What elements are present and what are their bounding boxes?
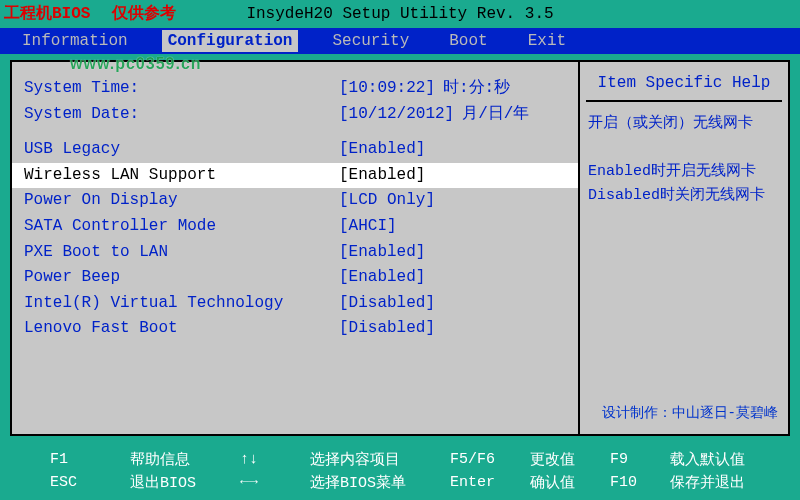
- footer-hint: 选择BIOS菜单: [310, 473, 450, 492]
- setting-label: SATA Controller Mode: [24, 216, 339, 238]
- footer-hint: 帮助信息: [130, 450, 240, 469]
- setting-value[interactable]: [Disabled]: [339, 318, 435, 340]
- setting-label: Power Beep: [24, 267, 339, 289]
- setting-row[interactable]: Power On Display[LCD Only]: [12, 188, 578, 214]
- setting-row[interactable]: SATA Controller Mode[AHCI]: [12, 214, 578, 240]
- tab-information[interactable]: Information: [16, 30, 134, 52]
- help-body: 开启（或关闭）无线网卡 Enabled时开启无线网卡Disabled时关闭无线网…: [586, 112, 782, 400]
- setting-row[interactable]: Power Beep[Enabled]: [12, 265, 578, 291]
- setting-value[interactable]: [LCD Only]: [339, 190, 435, 212]
- setting-value[interactable]: [Enabled]: [339, 242, 425, 264]
- watermark-text: www.pc0359.cn: [70, 55, 202, 73]
- setting-row[interactable]: Intel(R) Virtual Technology[Disabled]: [12, 291, 578, 317]
- footer-hint: F9: [610, 451, 670, 468]
- setting-value[interactable]: [10:09:22]时:分:秒: [339, 78, 510, 100]
- setting-label: System Time:: [24, 78, 339, 100]
- footer-hint: 选择内容项目: [310, 450, 450, 469]
- setting-row[interactable]: PXE Boot to LAN[Enabled]: [12, 240, 578, 266]
- footer-hint: ↑↓: [240, 451, 310, 468]
- footer-hint: F10: [610, 474, 670, 491]
- setting-value[interactable]: [Disabled]: [339, 293, 435, 315]
- title-bar: 工程机BIOS 仅供参考 InsydeH20 Setup Utility Rev…: [0, 0, 800, 28]
- overlay-text-1: 工程机BIOS: [4, 0, 90, 28]
- setting-aux: 时:分:秒: [443, 78, 510, 100]
- setting-row[interactable]: Lenovo Fast Boot[Disabled]: [12, 316, 578, 342]
- footer-hint: ESC: [50, 474, 130, 491]
- setting-label: Power On Display: [24, 190, 339, 212]
- footer-hint: F5/F6: [450, 451, 530, 468]
- setting-label: Intel(R) Virtual Technology: [24, 293, 339, 315]
- footer-hint: 载入默认值: [670, 450, 800, 469]
- help-panel: Item Specific Help 开启（或关闭）无线网卡 Enabled时开…: [580, 62, 788, 434]
- setting-value[interactable]: [AHCI]: [339, 216, 397, 238]
- setting-value[interactable]: [Enabled]: [339, 139, 425, 161]
- footer-hint: Enter: [450, 474, 530, 491]
- footer-hint: 退出BIOS: [130, 473, 240, 492]
- setting-label: Lenovo Fast Boot: [24, 318, 339, 340]
- setting-aux: 月/日/年: [462, 104, 529, 126]
- utility-title: InsydeH20 Setup Utility Rev. 3.5: [246, 5, 553, 23]
- setting-label: USB Legacy: [24, 139, 339, 161]
- footer-hint: 确认值: [530, 473, 610, 492]
- setting-label: Wireless LAN Support: [24, 165, 339, 187]
- main-panel: System Time:[10:09:22]时:分:秒System Date:[…: [10, 60, 790, 436]
- footer-hint: 保存并退出: [670, 473, 800, 492]
- help-title: Item Specific Help: [586, 70, 782, 102]
- setting-row[interactable]: USB Legacy[Enabled]: [12, 137, 578, 163]
- tab-exit[interactable]: Exit: [522, 30, 572, 52]
- setting-label: System Date:: [24, 104, 339, 126]
- setting-value[interactable]: [10/12/2012]月/日/年: [339, 104, 529, 126]
- tab-security[interactable]: Security: [326, 30, 415, 52]
- setting-row[interactable]: System Time:[10:09:22]时:分:秒: [12, 76, 578, 102]
- setting-label: PXE Boot to LAN: [24, 242, 339, 264]
- overlay-text-2: 仅供参考: [112, 0, 176, 28]
- credit-text: 设计制作：中山逐日-莫碧峰: [586, 400, 782, 426]
- footer-bar: F1帮助信息↑↓选择内容项目F5/F6更改值F9载入默认值ESC退出BIOS←→…: [0, 442, 800, 500]
- menu-bar: Information Configuration Security Boot …: [0, 28, 800, 54]
- tab-boot[interactable]: Boot: [443, 30, 493, 52]
- setting-row[interactable]: System Date:[10/12/2012]月/日/年: [12, 102, 578, 128]
- settings-panel: System Time:[10:09:22]时:分:秒System Date:[…: [12, 62, 580, 434]
- footer-hint: F1: [50, 451, 130, 468]
- footer-hint: 更改值: [530, 450, 610, 469]
- setting-value[interactable]: [Enabled]: [339, 267, 425, 289]
- tab-configuration[interactable]: Configuration: [162, 30, 299, 52]
- setting-row[interactable]: Wireless LAN Support[Enabled]: [12, 163, 578, 189]
- setting-value[interactable]: [Enabled]: [339, 165, 425, 187]
- footer-hint: ←→: [240, 474, 310, 491]
